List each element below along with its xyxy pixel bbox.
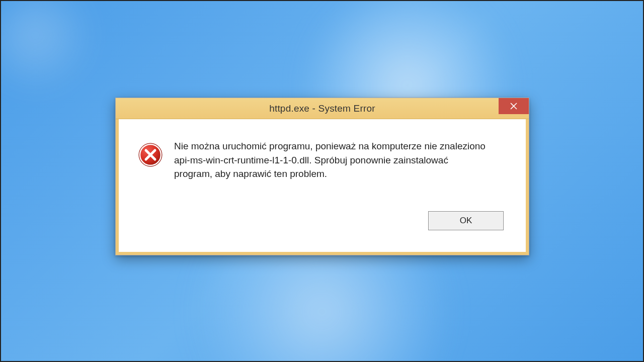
error-message: Nie można uruchomić programu, ponieważ n…	[174, 139, 486, 181]
error-dialog: httpd.exe - System Error	[115, 98, 529, 255]
dialog-title: httpd.exe - System Error	[116, 103, 529, 114]
close-icon	[510, 103, 517, 110]
close-button[interactable]	[499, 98, 529, 114]
ok-button[interactable]: OK	[428, 211, 504, 230]
dialog-titlebar[interactable]: httpd.exe - System Error	[116, 98, 529, 119]
dialog-body: Nie można uruchomić programu, ponieważ n…	[116, 119, 529, 255]
dialog-button-row: OK	[138, 211, 507, 230]
dialog-content: Nie można uruchomić programu, ponieważ n…	[138, 139, 507, 181]
error-icon	[138, 142, 163, 169]
